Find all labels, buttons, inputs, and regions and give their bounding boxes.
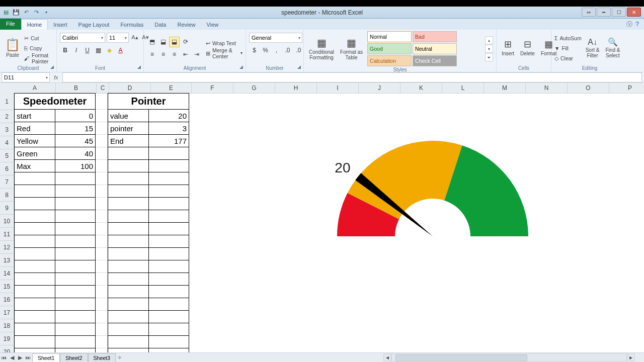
cell-C9[interactable] xyxy=(96,198,108,210)
cell-B2[interactable]: 0 xyxy=(55,110,96,122)
cell-E14[interactable] xyxy=(149,260,189,273)
ribbon-minimize-button[interactable]: ⇔ xyxy=(582,8,596,17)
cell-C3[interactable] xyxy=(96,122,108,135)
undo-icon[interactable]: ↶ xyxy=(22,9,30,17)
row-header-14[interactable]: 14 xyxy=(0,267,14,280)
cell-D16[interactable] xyxy=(108,286,149,298)
cell-E17[interactable] xyxy=(149,298,189,311)
maximize-button[interactable]: ☐ xyxy=(612,8,626,17)
sheet-tab-2[interactable]: Sheet2 xyxy=(60,353,88,362)
cell-D21[interactable] xyxy=(108,348,149,352)
row-header-4[interactable]: 4 xyxy=(0,136,14,149)
cell-B10[interactable] xyxy=(55,210,96,223)
row-header-10[interactable]: 10 xyxy=(0,215,14,228)
style-neutral[interactable]: Neutral xyxy=(413,43,457,54)
scroll-left-button[interactable]: ◀ xyxy=(383,353,391,361)
cell-B3[interactable]: 15 xyxy=(55,122,96,135)
cell-D20[interactable] xyxy=(108,336,149,348)
font-color-button[interactable]: A xyxy=(115,45,126,55)
row-header-18[interactable]: 18 xyxy=(0,319,14,332)
cell-D9[interactable] xyxy=(108,198,149,210)
cell-A21[interactable] xyxy=(14,348,55,352)
row-header-16[interactable]: 16 xyxy=(0,293,14,306)
row-header-1[interactable]: 1 xyxy=(0,93,14,110)
row-header-15[interactable]: 15 xyxy=(0,280,14,293)
tab-view[interactable]: View xyxy=(201,20,224,30)
fill-color-button[interactable]: ◆ xyxy=(104,45,115,55)
cell-B20[interactable] xyxy=(55,336,96,348)
col-header-N[interactable]: N xyxy=(526,83,568,94)
increase-decimal-button[interactable]: .0 xyxy=(282,45,293,55)
cell-A2[interactable]: start xyxy=(14,110,55,122)
cell-A13[interactable] xyxy=(14,248,55,260)
col-header-O[interactable]: O xyxy=(568,83,609,94)
style-calculation[interactable]: Calculation xyxy=(367,55,412,66)
col-header-I[interactable]: I xyxy=(317,83,359,94)
cell-B6[interactable]: 100 xyxy=(55,160,96,172)
cell-C20[interactable] xyxy=(96,336,108,348)
speedometer-chart[interactable]: 20 xyxy=(322,141,543,261)
cell-D11[interactable] xyxy=(108,223,149,235)
tab-home[interactable]: Home xyxy=(21,19,48,30)
row-header-5[interactable]: 5 xyxy=(0,149,14,162)
cell-E13[interactable] xyxy=(149,248,189,260)
cell-D8[interactable] xyxy=(108,185,149,198)
decrease-indent-button[interactable]: ⇤ xyxy=(180,49,191,60)
tab-formulas[interactable]: Formulas xyxy=(115,20,149,30)
cell-E19[interactable] xyxy=(149,323,189,336)
row-header-3[interactable]: 3 xyxy=(0,123,14,136)
cell-A7[interactable] xyxy=(14,172,55,185)
cell-E15[interactable] xyxy=(149,273,189,286)
cell-D4[interactable]: End xyxy=(108,135,149,147)
cell-E12[interactable] xyxy=(149,235,189,248)
cell-B4[interactable]: 45 xyxy=(55,135,96,147)
bold-button[interactable]: B xyxy=(60,45,70,55)
cell-C21[interactable] xyxy=(96,348,108,352)
cut-button[interactable]: ✂Cut xyxy=(24,34,53,43)
cell-D6[interactable] xyxy=(108,160,149,172)
col-header-L[interactable]: L xyxy=(442,83,484,94)
increase-font-icon[interactable]: A▴ xyxy=(130,33,139,42)
cell-B18[interactable] xyxy=(55,311,96,323)
cell-A15[interactable] xyxy=(14,273,55,286)
new-sheet-button[interactable]: ✧ xyxy=(116,353,124,361)
cell-C12[interactable] xyxy=(96,235,108,248)
format-painter-button[interactable]: 🖌Format Painter xyxy=(24,54,53,63)
align-middle-button[interactable]: ⬓ xyxy=(158,37,169,47)
cell-E7[interactable] xyxy=(149,172,189,185)
cell-E5[interactable] xyxy=(149,147,189,160)
cell-C7[interactable] xyxy=(96,172,108,185)
accounting-button[interactable]: $ xyxy=(249,45,260,55)
cell-B19[interactable] xyxy=(55,323,96,336)
cell-A11[interactable] xyxy=(14,223,55,235)
cell-A14[interactable] xyxy=(14,260,55,273)
cell-A20[interactable] xyxy=(14,336,55,348)
cell-E2[interactable]: 20 xyxy=(149,110,189,122)
border-button[interactable]: ▦ xyxy=(93,45,104,55)
row-header-13[interactable]: 13 xyxy=(0,254,14,267)
cell-D10[interactable] xyxy=(108,210,149,223)
col-header-P[interactable]: P xyxy=(609,83,644,94)
scroll-right-button[interactable]: ▶ xyxy=(627,353,635,361)
align-center-button[interactable]: ≡ xyxy=(158,49,169,60)
decrease-decimal-button[interactable]: .0 xyxy=(293,45,304,55)
row-header-7[interactable]: 7 xyxy=(0,175,14,189)
style-normal[interactable]: Normal xyxy=(367,31,412,42)
align-top-button[interactable]: ⬒ xyxy=(147,37,157,47)
cell-B5[interactable]: 40 xyxy=(55,147,96,160)
sheet-tab-3[interactable]: Sheet3 xyxy=(88,353,116,362)
scroll-thumb[interactable] xyxy=(395,354,527,361)
cell-A19[interactable] xyxy=(14,323,55,336)
name-box[interactable]: D11 xyxy=(2,72,50,82)
row-header-2[interactable]: 2 xyxy=(0,110,14,123)
increase-indent-button[interactable]: ⇥ xyxy=(191,49,202,60)
font-dialog-launcher[interactable]: ◢ xyxy=(135,63,142,70)
cell-B8[interactable] xyxy=(55,185,96,198)
cell-E8[interactable] xyxy=(149,185,189,198)
font-size-select[interactable]: 11 xyxy=(107,33,129,43)
cell-A5[interactable]: Green xyxy=(14,147,55,160)
style-good[interactable]: Good xyxy=(367,43,412,54)
row-header-19[interactable]: 19 xyxy=(0,332,14,345)
redo-icon[interactable]: ↷ xyxy=(32,9,40,17)
number-format-select[interactable]: General xyxy=(249,33,302,43)
